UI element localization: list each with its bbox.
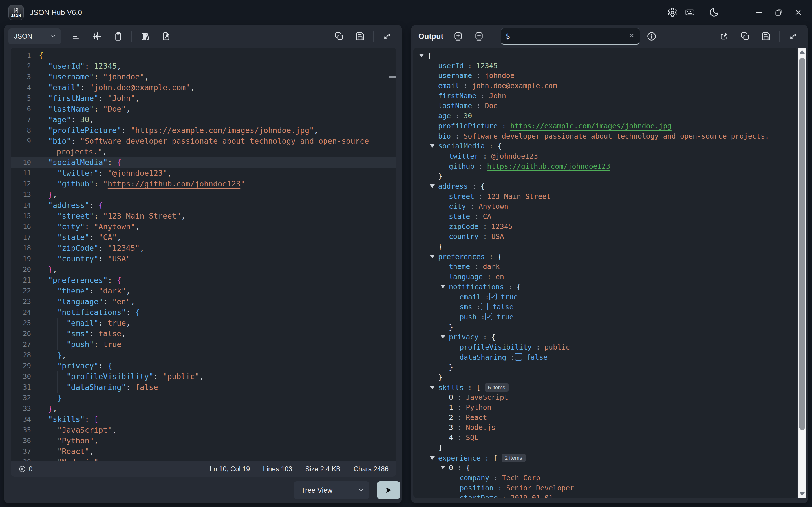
code-line[interactable]: 28},: [11, 350, 396, 360]
checkbox[interactable]: [515, 353, 522, 360]
line-number: 14: [11, 200, 39, 211]
scrollbar-thumb[interactable]: [799, 58, 805, 430]
maximize-button[interactable]: [769, 3, 788, 22]
code-line[interactable]: 2"userId": 12345,: [11, 61, 396, 71]
link[interactable]: https://github.com/johndoe123: [487, 162, 610, 170]
code-line[interactable]: 19"country": "USA": [11, 253, 396, 264]
output-toolbar: Output $: [411, 25, 808, 48]
code-line[interactable]: 13},: [11, 189, 396, 200]
code-line[interactable]: 3"username": "johndoe",: [11, 71, 396, 82]
compact-json-button[interactable]: [90, 29, 104, 43]
code-line[interactable]: 15"street": "123 Main Street",: [11, 211, 396, 221]
code-line[interactable]: 24"notifications": {: [11, 307, 396, 318]
code-line[interactable]: 36"Python",: [11, 436, 396, 446]
code-line[interactable]: 6"lastName": "Doe",: [11, 104, 396, 114]
run-button[interactable]: [377, 482, 400, 499]
expand-all-button[interactable]: [451, 29, 465, 43]
theme-toggle-button[interactable]: [705, 4, 723, 21]
code-line[interactable]: 27"push": true: [11, 339, 396, 350]
code-line[interactable]: 32}: [11, 393, 396, 403]
scroll-down-arrow-icon[interactable]: [800, 492, 805, 496]
collapse-all-button[interactable]: [472, 29, 486, 43]
code-line[interactable]: 21"preferences": {: [11, 275, 396, 286]
format-json-button[interactable]: [69, 29, 84, 43]
tree-key: userId: [438, 62, 463, 70]
code-line[interactable]: 17"state": "CA",: [11, 232, 396, 243]
scroll-up-arrow-icon[interactable]: [800, 50, 805, 54]
query-info-button[interactable]: [645, 29, 659, 43]
line-number: 25: [11, 318, 39, 328]
expander-icon[interactable]: [430, 453, 438, 464]
code-line[interactable]: 4"email": "john.doe@example.com",: [11, 82, 396, 93]
link[interactable]: https://example.com/images/johndoe.jpg: [135, 126, 309, 135]
code-line[interactable]: 29"privacy": {: [11, 360, 396, 371]
code-line[interactable]: 8"profilePicture": "https://example.com/…: [11, 125, 396, 136]
expander-icon[interactable]: [430, 383, 438, 393]
paste-button[interactable]: [111, 29, 125, 43]
expander-icon[interactable]: [441, 463, 449, 473]
close-button[interactable]: [788, 3, 808, 22]
code-line[interactable]: 30"profileVisibility": "public",: [11, 371, 396, 382]
tree-key: address: [438, 182, 468, 190]
link[interactable]: https://example.com/images/johndoe.jpg: [510, 122, 672, 130]
expander-icon[interactable]: [419, 51, 427, 61]
code-line[interactable]: 16"city": "Anytown",: [11, 221, 396, 232]
code-line[interactable]: 38"Node.js",: [11, 457, 396, 461]
code-line[interactable]: 22"theme": "dark",: [11, 286, 396, 296]
code-line[interactable]: 34"skills": [: [11, 414, 396, 425]
expand-output-button[interactable]: [786, 29, 800, 43]
code-line[interactable]: 33},: [11, 403, 396, 414]
expander-icon[interactable]: [430, 142, 438, 152]
settings-button[interactable]: [664, 4, 681, 21]
keyboard-shortcuts-button[interactable]: [681, 4, 699, 21]
format-select[interactable]: JSON: [8, 29, 61, 44]
expander-icon[interactable]: [430, 252, 438, 262]
compress-icon: [93, 32, 102, 41]
share-output-button[interactable]: [717, 29, 731, 43]
code-line[interactable]: 18"zipCode": "12345",: [11, 243, 396, 253]
minimize-button[interactable]: [749, 3, 769, 22]
editor-scrollbar-thumb[interactable]: [389, 76, 396, 78]
checkbox[interactable]: [485, 313, 492, 320]
code-line[interactable]: 23"language": "en",: [11, 296, 396, 307]
copy-input-button[interactable]: [332, 29, 346, 43]
tree-row: push : true: [413, 312, 797, 322]
checkbox[interactable]: [489, 293, 497, 300]
save-output-button[interactable]: [759, 29, 773, 43]
line-number: 23: [11, 296, 39, 307]
expander-icon[interactable]: [430, 182, 438, 192]
code-line[interactable]: 25"email": true,: [11, 318, 396, 328]
vertical-scrollbar[interactable]: [798, 48, 806, 498]
view-mode-select[interactable]: Tree View: [294, 482, 369, 499]
code-line[interactable]: 9"bio": "Software developer passionate a…: [11, 136, 396, 147]
code-line[interactable]: 12"github": "https://github.com/johndoe1…: [11, 179, 396, 189]
library-button[interactable]: [138, 29, 152, 43]
horizontal-scrollbar[interactable]: [413, 498, 797, 502]
checkbox[interactable]: [481, 303, 488, 310]
code-line[interactable]: 11"twitter": "@johndoe123",: [11, 168, 396, 179]
expander-icon[interactable]: [441, 282, 449, 292]
code-line[interactable]: 7"age": 30,: [11, 114, 396, 125]
tree-row: email : true: [413, 292, 797, 302]
code-line[interactable]: 10"socialMedia": {: [11, 157, 396, 168]
expander-icon[interactable]: [441, 332, 449, 342]
code-editor[interactable]: 1{2"userId": 12345,3"username": "johndoe…: [11, 48, 396, 476]
copy-output-button[interactable]: [738, 29, 752, 43]
code-line[interactable]: 35"JavaScript",: [11, 425, 396, 436]
clear-search-button[interactable]: [628, 32, 635, 40]
code-lines: 1{2"userId": 12345,3"username": "johndoe…: [11, 48, 396, 461]
jsonpath-search-input[interactable]: $: [501, 28, 640, 45]
link[interactable]: https://github.com/johndoe123: [108, 179, 241, 188]
code-line[interactable]: projects.",: [11, 147, 396, 157]
code-line[interactable]: 14"address": {: [11, 200, 396, 211]
code-line[interactable]: 1{: [11, 50, 396, 61]
import-file-button[interactable]: [159, 29, 173, 43]
title-bar: JSON JSON Hub V6.0: [0, 0, 812, 25]
code-line[interactable]: 20},: [11, 264, 396, 275]
save-input-button[interactable]: [353, 29, 367, 43]
expand-editor-button[interactable]: [380, 29, 394, 43]
code-line[interactable]: 26"sms": false,: [11, 328, 396, 339]
code-line[interactable]: 31"dataSharing": false: [11, 382, 396, 393]
code-line[interactable]: 37"React",: [11, 446, 396, 457]
code-line[interactable]: 5"firstName": "John",: [11, 93, 396, 104]
